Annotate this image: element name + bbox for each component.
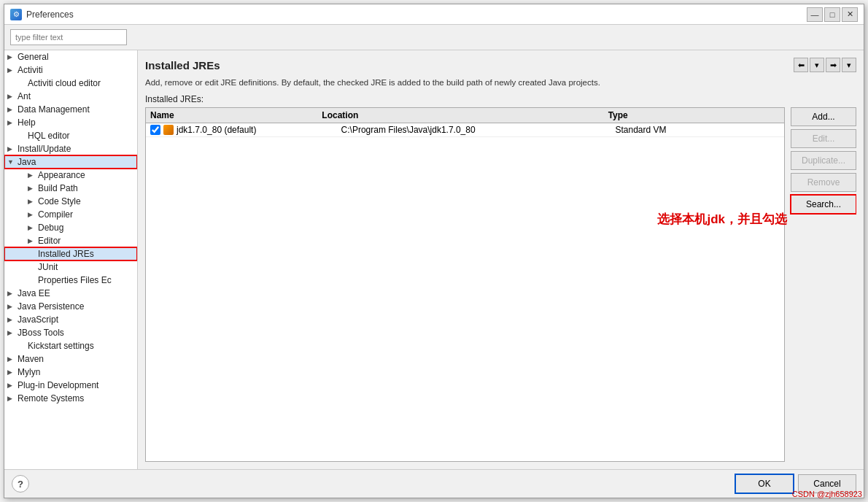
sidebar-item-label: Installed JREs bbox=[38, 249, 94, 259]
expand-arrow: ▶ bbox=[7, 145, 18, 152]
description-text: Add, remove or edit JRE definitions. By … bbox=[145, 77, 856, 88]
sidebar-item-ant[interactable]: ▶ Ant bbox=[4, 90, 137, 103]
duplicate-button[interactable]: Duplicate... bbox=[791, 151, 856, 170]
sidebar-item-label: Java EE bbox=[18, 288, 50, 298]
sidebar-item-label: General bbox=[18, 52, 49, 62]
jre-name: jdk1.7.0_80 (default) bbox=[177, 125, 341, 135]
sidebar-item-label: Build Path bbox=[38, 183, 78, 193]
sidebar-item-label: Help bbox=[18, 117, 36, 128]
expand-arrow: ▶ bbox=[7, 53, 18, 61]
forward-button[interactable]: ➡ bbox=[826, 58, 840, 72]
expand-arrow: ▶ bbox=[7, 66, 18, 74]
sidebar-item-label: Remote Systems bbox=[18, 393, 84, 403]
close-button[interactable]: ✕ bbox=[842, 7, 858, 22]
sidebar-item-activiti[interactable]: ▶ Activiti bbox=[4, 63, 137, 77]
sidebar-item-maven[interactable]: ▶ Maven bbox=[4, 352, 137, 366]
back-dropdown[interactable]: ▾ bbox=[810, 58, 824, 72]
expand-arrow: ▶ bbox=[7, 93, 18, 100]
expand-arrow: ▶ bbox=[7, 290, 18, 297]
sidebar-item-label: Activiti bbox=[18, 65, 43, 75]
sidebar-item-code-style[interactable]: ▶ Code Style bbox=[4, 195, 137, 208]
annotation-text: 选择本机jdk，并且勾选 bbox=[657, 211, 787, 228]
right-panel: Installed JREs ⬅ ▾ ➡ ▾ Add, remove or ed… bbox=[138, 50, 864, 469]
sidebar-item-data-mgmt[interactable]: ▶ Data Management bbox=[4, 103, 137, 116]
filter-area bbox=[4, 25, 864, 50]
col-header-name: Name bbox=[150, 110, 322, 120]
sidebar-item-plugin-dev[interactable]: ▶ Plug-in Development bbox=[4, 379, 137, 392]
maximize-button[interactable]: □ bbox=[824, 7, 840, 22]
title-bar: ⚙ Preferences — □ ✕ bbox=[4, 4, 864, 25]
sidebar-item-label: Properties Files Ec bbox=[38, 275, 112, 285]
expand-arrow: ▶ bbox=[7, 119, 18, 126]
sidebar-item-javascript[interactable]: ▶ JavaScript bbox=[4, 313, 137, 326]
sidebar-item-label: Ant bbox=[18, 91, 31, 101]
remove-button[interactable]: Remove bbox=[791, 173, 856, 192]
expand-arrow: ▶ bbox=[7, 329, 18, 336]
jre-type: Standard VM bbox=[615, 125, 780, 135]
sidebar-item-label: JBoss Tools bbox=[18, 328, 64, 338]
sidebar-item-compiler[interactable]: ▶ Compiler bbox=[4, 208, 137, 221]
col-header-type: Type bbox=[608, 110, 780, 120]
sidebar-item-label: Code Style bbox=[38, 196, 81, 206]
sidebar-item-appearance[interactable]: ▶ Appearance bbox=[4, 169, 137, 182]
sidebar: ▶ General ▶ Activiti Activiti cloud edit… bbox=[4, 50, 138, 469]
action-buttons: Add... Edit... Duplicate... Remove Searc… bbox=[791, 107, 856, 462]
sidebar-item-remote-systems[interactable]: ▶ Remote Systems bbox=[4, 392, 137, 405]
expand-arrow: ▼ bbox=[7, 158, 18, 166]
sidebar-item-help[interactable]: ▶ Help bbox=[4, 116, 137, 129]
expand-arrow: ▶ bbox=[7, 355, 18, 363]
minimize-button[interactable]: — bbox=[807, 7, 823, 22]
sidebar-item-editor[interactable]: ▶ Editor bbox=[4, 234, 137, 247]
sidebar-item-hql-editor[interactable]: HQL editor bbox=[4, 129, 137, 142]
content-area: ▶ General ▶ Activiti Activiti cloud edit… bbox=[4, 25, 864, 469]
installed-jres-label: Installed JREs: bbox=[145, 94, 856, 104]
col-header-location: Location bbox=[322, 110, 608, 120]
sidebar-item-label: Debug bbox=[38, 223, 63, 233]
sidebar-item-kickstart[interactable]: Kickstart settings bbox=[4, 339, 137, 352]
forward-dropdown[interactable]: ▾ bbox=[842, 58, 856, 72]
jre-checkbox[interactable] bbox=[150, 125, 160, 135]
sidebar-item-java-ee[interactable]: ▶ Java EE bbox=[4, 287, 137, 300]
sidebar-item-install-update[interactable]: ▶ Install/Update bbox=[4, 142, 137, 155]
ok-button[interactable]: OK bbox=[735, 474, 794, 493]
sidebar-item-label: Plug-in Development bbox=[18, 380, 98, 390]
table-buttons-area: Name Location Type jdk1.7.0_80 (default)… bbox=[145, 107, 856, 462]
jre-table: Name Location Type jdk1.7.0_80 (default)… bbox=[145, 107, 785, 462]
table-header: Name Location Type bbox=[146, 108, 784, 123]
expand-arrow: ▶ bbox=[28, 211, 38, 218]
sidebar-item-jboss-tools[interactable]: ▶ JBoss Tools bbox=[4, 326, 137, 339]
sidebar-item-label: JUnit bbox=[38, 262, 58, 272]
sidebar-item-junit[interactable]: JUnit bbox=[4, 260, 137, 274]
sidebar-item-java[interactable]: ▼ Java bbox=[4, 155, 137, 169]
jre-icon bbox=[163, 125, 174, 135]
sidebar-item-activiti-cloud[interactable]: Activiti cloud editor bbox=[4, 77, 137, 90]
expand-arrow: ▶ bbox=[7, 106, 18, 113]
expand-arrow: ▶ bbox=[28, 198, 38, 205]
sidebar-item-properties-files[interactable]: Properties Files Ec bbox=[4, 274, 137, 287]
back-button[interactable]: ⬅ bbox=[794, 58, 808, 72]
expand-arrow: ▶ bbox=[7, 382, 18, 389]
sidebar-item-general[interactable]: ▶ General bbox=[4, 50, 137, 63]
sidebar-item-label: Java Persistence bbox=[18, 301, 84, 312]
sidebar-item-mylyn[interactable]: ▶ Mylyn bbox=[4, 366, 137, 379]
expand-arrow: ▶ bbox=[7, 303, 18, 310]
sidebar-item-label: HQL editor bbox=[28, 131, 70, 141]
table-row[interactable]: jdk1.7.0_80 (default) C:\Program Files\J… bbox=[146, 123, 784, 137]
edit-button[interactable]: Edit... bbox=[791, 129, 856, 148]
add-button[interactable]: Add... bbox=[791, 107, 856, 126]
panel-header: Installed JREs ⬅ ▾ ➡ ▾ bbox=[145, 58, 856, 72]
sidebar-item-label: Activiti cloud editor bbox=[28, 78, 101, 88]
sidebar-item-build-path[interactable]: ▶ Build Path bbox=[4, 182, 137, 195]
help-button[interactable]: ? bbox=[12, 475, 29, 493]
sidebar-item-label: Compiler bbox=[38, 209, 73, 220]
search-button[interactable]: Search... bbox=[791, 195, 856, 214]
expand-arrow: ▶ bbox=[28, 224, 38, 231]
expand-arrow: ▶ bbox=[7, 395, 18, 402]
filter-input[interactable] bbox=[10, 29, 127, 45]
sidebar-item-debug[interactable]: ▶ Debug bbox=[4, 221, 137, 234]
sidebar-item-java-persistence[interactable]: ▶ Java Persistence bbox=[4, 300, 137, 313]
title-bar-controls: — □ ✕ bbox=[807, 7, 858, 22]
sidebar-item-label: Data Management bbox=[18, 104, 90, 115]
sidebar-item-installed-jres[interactable]: Installed JREs bbox=[4, 247, 137, 260]
expand-arrow: ▶ bbox=[7, 368, 18, 376]
